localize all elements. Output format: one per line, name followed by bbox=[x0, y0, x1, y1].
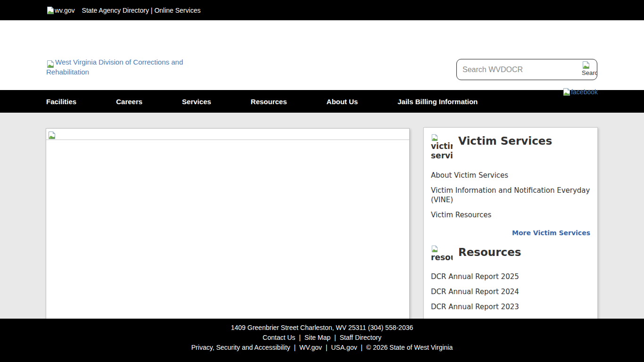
wvgov-footer-link[interactable]: WV.gov bbox=[299, 344, 322, 351]
site-logo-link[interactable]: West Virginia Division of Corrections an… bbox=[46, 57, 188, 77]
link-dcr-annual-report-2025[interactable]: DCR Annual Report 2025 bbox=[431, 272, 590, 281]
link-dcr-annual-report-2023[interactable]: DCR Annual Report 2023 bbox=[431, 302, 590, 312]
state-agency-directory-link[interactable]: State Agency Directory bbox=[82, 7, 149, 14]
nav-item-careers[interactable]: Careers bbox=[116, 98, 142, 106]
site-logo-icon bbox=[46, 58, 55, 67]
search-button[interactable]: Search bbox=[578, 59, 597, 80]
resources-title: Resources bbox=[458, 246, 521, 262]
resources-icon-alt-text: resources bbox=[431, 253, 453, 262]
nav-item-resources[interactable]: Resources bbox=[251, 98, 287, 106]
victim-services-icon: victim services bbox=[431, 134, 453, 160]
top-utility-bar: wv.gov State Agency Directory | Online S… bbox=[0, 0, 644, 20]
wvgov-link[interactable]: wv.gov bbox=[46, 6, 75, 15]
more-victim-services-link[interactable]: More Victim Services bbox=[431, 229, 590, 237]
victim-services-icon-alt-text: victim services bbox=[431, 141, 453, 160]
site-header: West Virginia Division of Corrections an… bbox=[0, 20, 644, 90]
usagov-footer-link[interactable]: USA.gov bbox=[331, 344, 357, 351]
resources-section-header: resources Resources bbox=[431, 245, 590, 262]
search-button-alt-text: Search bbox=[582, 69, 597, 76]
sidebar-card: victim services Victim Services About Vi… bbox=[423, 127, 598, 330]
site-footer: 1409 Greenbrier Street Charleston, WV 25… bbox=[0, 319, 644, 362]
footer-nav-line: Contact Us | Site Map | Staff Directory bbox=[0, 333, 644, 343]
footer-legal-line: Privacy, Security and Accessibility | WV… bbox=[0, 343, 644, 353]
facebook-icon bbox=[562, 88, 571, 96]
separator: | bbox=[326, 344, 328, 351]
separator: | bbox=[361, 344, 363, 351]
separator: | bbox=[294, 344, 296, 351]
victim-services-section-header: victim services Victim Services bbox=[431, 134, 590, 160]
resources-section: resources Resources DCR Annual Report 20… bbox=[431, 245, 590, 312]
link-about-victim-services[interactable]: About Victim Services bbox=[431, 171, 590, 180]
banner-image-box bbox=[46, 128, 410, 331]
link-victim-resources[interactable]: Victim Resources bbox=[431, 210, 590, 220]
footer-copyright: © 2026 State of West Virginia bbox=[366, 344, 453, 351]
privacy-security-accessibility-link[interactable]: Privacy, Security and Accessibility bbox=[191, 344, 290, 351]
separator: | bbox=[299, 334, 301, 341]
site-map-link[interactable]: Site Map bbox=[305, 334, 330, 341]
resources-links: DCR Annual Report 2025 DCR Annual Report… bbox=[431, 272, 590, 312]
banner-image-icon bbox=[48, 131, 56, 139]
site-logo-alt-text: West Virginia Division of Corrections an… bbox=[46, 58, 183, 76]
search-icon bbox=[582, 61, 590, 69]
search-input[interactable] bbox=[457, 59, 578, 80]
banner-broken-image bbox=[46, 129, 409, 140]
webpage: wv.gov State Agency Directory | Online S… bbox=[0, 0, 644, 362]
resources-icon: resources bbox=[431, 245, 453, 262]
topbar-links: State Agency Directory | Online Services bbox=[82, 7, 201, 14]
main-navigation: Facilities Careers Services Resources Ab… bbox=[0, 90, 644, 113]
staff-directory-link[interactable]: Staff Directory bbox=[339, 334, 381, 341]
link-vine[interactable]: Victim Information and Notification Ever… bbox=[431, 186, 590, 205]
footer-address: 1409 Greenbrier Street Charleston, WV 25… bbox=[0, 323, 644, 333]
victim-services-title: Victim Services bbox=[458, 135, 552, 160]
separator: | bbox=[334, 334, 336, 341]
nav-item-jails-billing-information[interactable]: Jails Billing Information bbox=[397, 98, 478, 106]
victim-services-links: About Victim Services Victim Information… bbox=[431, 171, 590, 220]
facebook-link[interactable]: facebook bbox=[562, 88, 598, 96]
facebook-link-label: facebook bbox=[571, 88, 598, 96]
link-dcr-annual-report-2024[interactable]: DCR Annual Report 2024 bbox=[431, 287, 590, 296]
separator: | bbox=[151, 7, 153, 14]
nav-item-services[interactable]: Services bbox=[182, 98, 211, 106]
wvgov-link-label: wv.gov bbox=[55, 7, 75, 14]
wvgov-broken-image-icon bbox=[46, 6, 55, 15]
contact-us-link[interactable]: Contact Us bbox=[263, 334, 295, 341]
online-services-link[interactable]: Online Services bbox=[154, 7, 200, 14]
search-box: Search bbox=[456, 59, 597, 80]
nav-item-facilities[interactable]: Facilities bbox=[46, 98, 76, 106]
nav-item-about-us[interactable]: About Us bbox=[327, 98, 358, 106]
